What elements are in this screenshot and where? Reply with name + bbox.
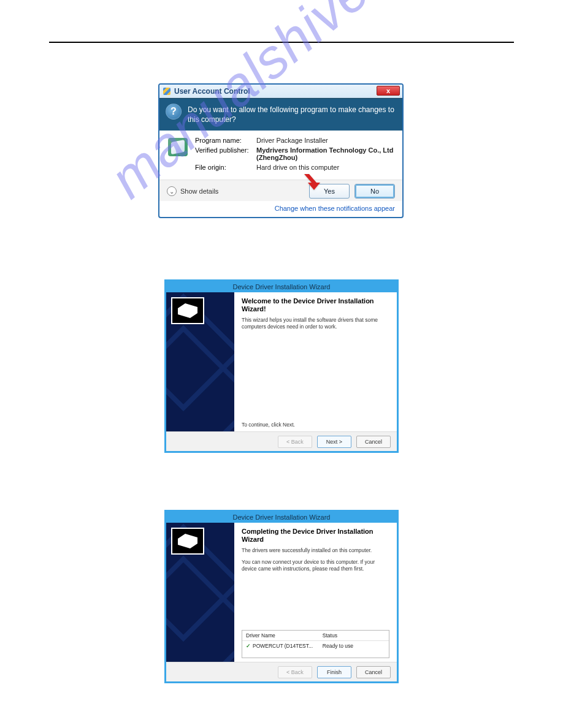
wizard-complete-dialog: Device Driver Installation Wizard Comple…: [164, 510, 399, 683]
uac-prompt-text: Do you want to allow the following progr…: [188, 105, 394, 124]
box-icon: [171, 297, 204, 324]
wizard-welcome-dialog: Device Driver Installation Wizard Welcom…: [164, 279, 399, 453]
uac-footer: ⌄ Show details Yes No: [159, 180, 402, 201]
col-status: Status: [323, 632, 385, 639]
uac-dialog: User Account Control x ? Do you want to …: [158, 83, 404, 218]
no-button[interactable]: No: [354, 184, 395, 199]
wizard-b-heading: Completing the Device Driver Installatio…: [242, 528, 389, 544]
yes-button[interactable]: Yes: [309, 184, 350, 199]
wizard-b-footer: < Back Finish Cancel: [166, 662, 397, 681]
back-button: < Back: [278, 666, 312, 678]
chevron-down-icon: ⌄: [167, 186, 177, 196]
cell-driver-name: ✓POWERCUT (D14TEST...: [246, 643, 323, 649]
value-file-origin: Hard drive on this computer: [256, 164, 394, 171]
wizard-b-title: Device Driver Installation Wizard: [166, 512, 397, 523]
uac-title: User Account Control: [174, 87, 250, 96]
label-publisher: Verified publisher:: [195, 146, 256, 161]
value-publisher: Mydrivers Information Technology Co., Lt…: [256, 146, 394, 161]
uac-titlebar: User Account Control x: [159, 85, 402, 98]
shield-icon: [163, 88, 170, 95]
driver-name-text: POWERCUT (D14TEST...: [253, 643, 313, 649]
uac-body: Program name: Driver Package Installer V…: [159, 131, 402, 180]
question-shield-icon: ?: [166, 104, 182, 119]
next-button[interactable]: Next >: [317, 436, 351, 448]
wizard-a-footer: < Back Next > Cancel: [166, 431, 397, 451]
finish-button[interactable]: Finish: [317, 666, 351, 678]
wizard-sidebar-graphic: [166, 292, 234, 431]
wizard-b-content: Completing the Device Driver Installatio…: [234, 523, 397, 662]
cell-status: Ready to use: [323, 643, 385, 649]
wizard-a-text: This wizard helps you install the softwa…: [242, 317, 389, 330]
page-top-rule: [49, 42, 514, 43]
col-driver-name: Driver Name: [246, 632, 323, 639]
cancel-button[interactable]: Cancel: [356, 666, 391, 678]
show-details-label: Show details: [180, 188, 218, 195]
cancel-button[interactable]: Cancel: [356, 436, 391, 448]
driver-table: Driver Name Status ✓POWERCUT (D14TEST...…: [242, 630, 389, 658]
checkmark-icon: ✓: [246, 643, 251, 649]
label-program-name: Program name:: [195, 137, 256, 144]
wizard-b-text2: You can now connect your device to this …: [242, 559, 389, 572]
wizard-b-text1: The drivers were successfully installed …: [242, 547, 389, 554]
wizard-a-continue: To continue, click Next.: [242, 422, 295, 428]
change-notifications-link[interactable]: Change when these notifications appear: [159, 201, 402, 217]
back-button: < Back: [278, 436, 312, 448]
wizard-sidebar-graphic: [166, 523, 234, 662]
close-button[interactable]: x: [377, 86, 400, 96]
wizard-a-heading: Welcome to the Device Driver Installatio…: [242, 297, 389, 313]
table-row: ✓POWERCUT (D14TEST... Ready to use: [242, 641, 389, 658]
wizard-a-title: Device Driver Installation Wizard: [166, 281, 397, 292]
uac-buttons: Yes No: [309, 184, 395, 199]
value-program-name: Driver Package Installer: [256, 137, 394, 144]
uac-prompt-banner: ? Do you want to allow the following pro…: [159, 98, 402, 131]
wizard-a-content: Welcome to the Device Driver Installatio…: [234, 292, 397, 431]
table-header: Driver Name Status: [242, 631, 389, 641]
label-file-origin: File origin:: [195, 164, 256, 171]
uac-fields: Program name: Driver Package Installer V…: [195, 137, 394, 173]
installer-icon: [168, 138, 188, 156]
box-icon: [171, 528, 204, 555]
